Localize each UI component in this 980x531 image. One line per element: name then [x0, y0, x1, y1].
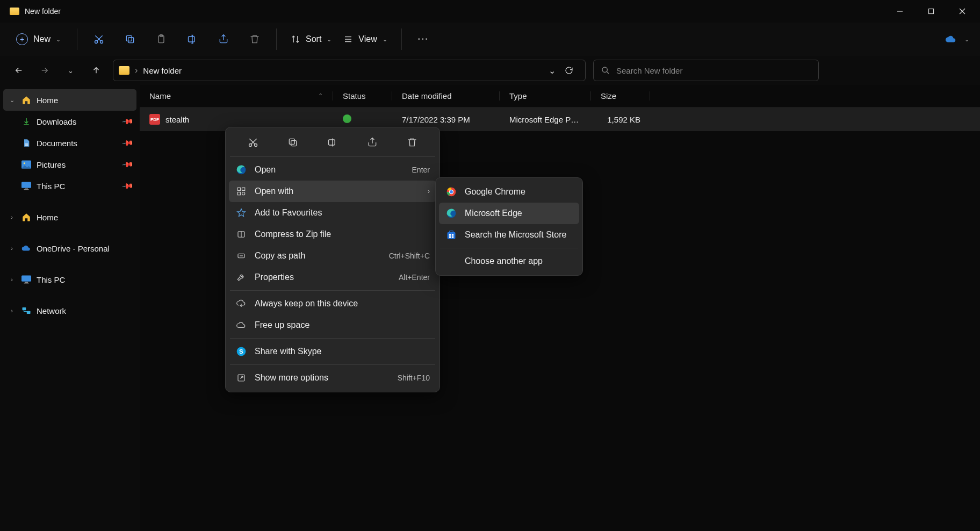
view-button[interactable]: View ⌄ — [340, 32, 390, 46]
svg-rect-61 — [452, 234, 453, 235]
ctx-more-options[interactable]: Show more options Shift+F10 — [229, 367, 436, 389]
column-size[interactable]: Size — [591, 91, 650, 101]
document-icon — [21, 138, 31, 148]
chevron-down-icon[interactable]: ⌄ — [8, 97, 16, 104]
svg-point-4 — [95, 41, 98, 44]
zip-icon — [235, 229, 247, 239]
svg-rect-37 — [291, 141, 297, 146]
sort-button[interactable]: Sort ⌄ — [287, 32, 335, 46]
sidebar-item-documents[interactable]: Documents 📌 — [3, 132, 136, 154]
recent-dropdown[interactable]: ⌄ — [61, 61, 80, 80]
cut-icon[interactable] — [88, 28, 110, 50]
svg-point-33 — [249, 144, 252, 147]
back-button[interactable] — [10, 61, 28, 80]
svg-rect-30 — [24, 283, 29, 284]
folder-icon — [10, 8, 19, 15]
copy-icon[interactable] — [119, 28, 141, 50]
ctx-open-with[interactable]: Open with › — [229, 181, 436, 202]
rename-icon[interactable] — [322, 133, 343, 152]
rename-icon[interactable] — [182, 28, 203, 50]
svg-rect-25 — [21, 182, 31, 188]
svg-rect-26 — [25, 189, 28, 190]
copy-icon[interactable] — [282, 133, 304, 152]
sidebar-item-network[interactable]: › Network — [3, 300, 136, 321]
svg-rect-43 — [237, 188, 240, 190]
svg-rect-60 — [449, 234, 451, 235]
window-title: New folder — [25, 7, 61, 16]
ctx-open[interactable]: Open Enter — [229, 159, 436, 181]
close-button[interactable] — [947, 0, 978, 23]
chevron-right-icon: › — [428, 188, 430, 195]
sidebar-item-thispc[interactable]: › This PC — [3, 269, 136, 290]
ctx-zip[interactable]: Compress to Zip file — [229, 224, 436, 245]
sidebar-item-label: Home — [37, 96, 58, 105]
svg-rect-8 — [128, 38, 134, 43]
ctx-favourites[interactable]: Add to Favourites — [229, 202, 436, 224]
submenu-edge[interactable]: Microsoft Edge — [439, 203, 579, 224]
address-dropdown[interactable]: ⌄ — [544, 66, 559, 76]
minimize-button[interactable] — [884, 0, 916, 23]
svg-rect-59 — [450, 231, 453, 233]
submenu-chrome[interactable]: Google Chrome — [439, 181, 579, 203]
svg-rect-31 — [23, 307, 26, 310]
file-date-cell: 7/17/2022 3:39 PM — [392, 115, 500, 124]
up-button[interactable] — [87, 61, 105, 80]
file-name-cell: PDF stealth — [140, 114, 333, 125]
edge-icon — [445, 207, 457, 219]
chevron-down-icon[interactable]: ⌄ — [964, 36, 969, 43]
column-date[interactable]: Date modified — [392, 91, 500, 101]
ctx-properties[interactable]: Properties Alt+Enter — [229, 267, 436, 288]
copy-path-icon — [235, 251, 247, 261]
column-status[interactable]: Status — [333, 91, 392, 101]
forward-button[interactable] — [35, 61, 54, 80]
file-name: stealth — [165, 115, 189, 124]
delete-icon[interactable] — [401, 133, 423, 152]
cloud-download-icon — [235, 299, 247, 308]
cloud-sync-icon[interactable] — [945, 35, 957, 44]
ctx-free-up[interactable]: Free up space — [229, 314, 436, 336]
submenu-choose-app[interactable]: Choose another app — [439, 250, 579, 272]
more-button[interactable]: ··· — [413, 28, 434, 50]
ctx-copy-path[interactable]: Copy as path Ctrl+Shift+C — [229, 245, 436, 267]
new-button[interactable]: + New ⌄ — [11, 30, 66, 48]
sidebar-item-onedrive[interactable]: › OneDrive - Personal — [3, 238, 136, 259]
sidebar-item-label: Home — [37, 213, 58, 222]
maximize-button[interactable] — [916, 0, 947, 23]
network-icon — [21, 306, 31, 315]
sort-up-icon: ⌃ — [318, 92, 323, 99]
wrench-icon — [235, 272, 247, 282]
chevron-right-icon[interactable]: › — [8, 276, 16, 283]
paste-icon[interactable] — [150, 28, 172, 50]
delete-icon[interactable] — [244, 28, 265, 50]
svg-point-34 — [255, 144, 257, 147]
breadcrumb[interactable]: New folder — [143, 66, 182, 75]
submenu-label: Google Chrome — [465, 187, 525, 197]
file-type-cell: Microsoft Edge PDF ... — [500, 115, 591, 124]
search-box[interactable] — [593, 60, 819, 81]
share-icon[interactable] — [213, 28, 234, 50]
file-size-cell: 1,592 KB — [591, 115, 650, 124]
ctx-keep-device[interactable]: Always keep on this device — [229, 293, 436, 314]
sidebar-item-pictures[interactable]: Pictures 📌 — [3, 154, 136, 175]
chevron-down-icon: ⌄ — [56, 36, 61, 43]
column-name[interactable]: Name⌃ — [140, 91, 333, 101]
share-icon[interactable] — [362, 133, 383, 152]
cut-icon[interactable] — [242, 133, 264, 152]
chrome-icon — [445, 186, 457, 198]
column-type[interactable]: Type — [500, 91, 591, 101]
address-bar[interactable]: › New folder ⌄ — [113, 60, 586, 81]
sidebar-item-label: Pictures — [37, 160, 66, 169]
chevron-right-icon[interactable]: › — [8, 245, 16, 252]
refresh-button[interactable] — [565, 66, 580, 75]
pdf-icon: PDF — [149, 114, 160, 125]
sidebar-item-thispc-pinned[interactable]: This PC 📌 — [3, 175, 136, 197]
search-input[interactable] — [616, 66, 811, 75]
separator — [77, 28, 77, 50]
chevron-right-icon[interactable]: › — [8, 307, 16, 314]
chevron-right-icon[interactable]: › — [8, 214, 16, 220]
sidebar-item-downloads[interactable]: Downloads 📌 — [3, 111, 136, 132]
sidebar-item-home[interactable]: ⌄ Home — [3, 89, 136, 111]
sidebar-item-home2[interactable]: › Home — [3, 206, 136, 228]
ctx-skype[interactable]: S Share with Skype — [229, 341, 436, 362]
submenu-store[interactable]: Search the Microsoft Store — [439, 224, 579, 246]
